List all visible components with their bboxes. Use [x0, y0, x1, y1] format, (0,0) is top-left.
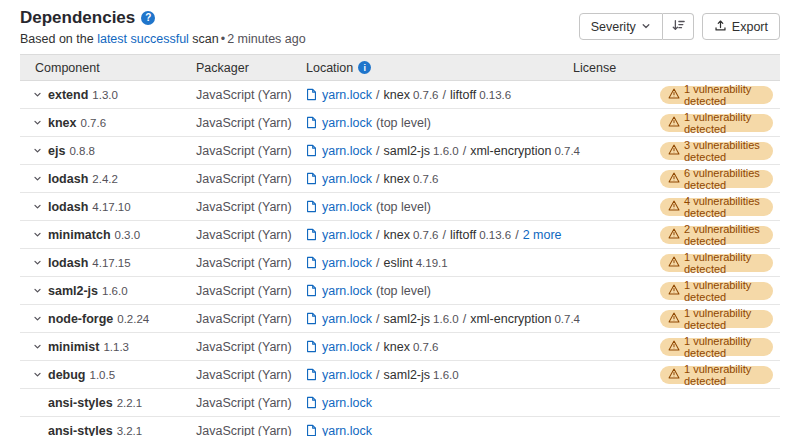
location-file-link[interactable]: yarn.lock [322, 396, 372, 410]
component-cell: saml2-js 1.6.0 [20, 284, 196, 298]
vulnerability-badge[interactable]: 6 vulnerabilities detected [660, 170, 773, 188]
file-icon [306, 284, 317, 297]
path-dependency-name: xml-encryption [470, 312, 551, 326]
location-cell: yarn.lock [306, 396, 573, 410]
dependency-path: /saml2-js1.6.0 [372, 368, 459, 382]
file-icon [306, 88, 317, 101]
component-cell: lodash 4.17.10 [20, 200, 196, 214]
help-icon[interactable]: ? [141, 11, 155, 25]
sort-direction-button[interactable] [663, 13, 694, 40]
warning-triangle-icon [668, 228, 680, 241]
path-dependency-name: knex [384, 172, 410, 186]
path-separator: / [376, 88, 379, 102]
export-button-label: Export [732, 20, 768, 34]
location-file-link[interactable]: yarn.lock [322, 256, 372, 270]
table-row: saml2-js 1.6.0 JavaScript (Yarn) yarn.lo… [20, 277, 780, 305]
location-file-link[interactable]: yarn.lock [322, 368, 372, 382]
export-button[interactable]: Export [702, 13, 780, 40]
component-name: debug [48, 368, 86, 382]
more-locations-link[interactable]: 2 more [523, 228, 562, 242]
component-name: node-forge [48, 312, 113, 326]
path-separator: / [376, 144, 379, 158]
badge-cell: 1 vulnerability detected [660, 310, 780, 328]
location-file-link[interactable]: yarn.lock [322, 228, 372, 242]
vulnerability-badge[interactable]: 1 vulnerability detected [660, 310, 773, 328]
location-file-link[interactable]: yarn.lock [322, 88, 372, 102]
chevron-down-icon[interactable] [33, 314, 42, 323]
column-header-packager[interactable]: Packager [196, 61, 306, 75]
subtitle-suffix: scan [189, 32, 219, 46]
location-file-link[interactable]: yarn.lock [322, 424, 372, 436]
vulnerability-badge[interactable]: 2 vulnerabilities detected [660, 226, 773, 244]
chevron-down-icon[interactable] [33, 202, 42, 211]
component-version: 1.3.0 [92, 89, 118, 101]
packager-cell: JavaScript (Yarn) [196, 368, 306, 382]
vulnerability-badge[interactable]: 1 vulnerability detected [660, 114, 773, 132]
chevron-down-icon[interactable] [33, 286, 42, 295]
component-name: lodash [48, 256, 88, 270]
chevron-down-icon[interactable] [33, 146, 42, 155]
vulnerability-badge[interactable]: 1 vulnerability detected [660, 366, 773, 384]
location-file-link[interactable]: yarn.lock [322, 340, 372, 354]
file-icon [306, 368, 317, 381]
vulnerability-badge-label: 1 vulnerability detected [684, 363, 765, 387]
path-dependency-version: 1.6.0 [433, 313, 459, 325]
warning-triangle-icon [668, 200, 680, 213]
severity-dropdown[interactable]: Severity [579, 13, 663, 40]
column-header-license[interactable]: License [573, 61, 660, 75]
badge-cell: 2 vulnerabilities detected [660, 226, 780, 244]
column-header-component[interactable]: Component [20, 61, 196, 75]
column-header-location[interactable]: Location i [306, 61, 573, 75]
location-file-link[interactable]: yarn.lock [322, 312, 372, 326]
vulnerability-badge-label: 1 vulnerability detected [684, 307, 765, 331]
location-cell: yarn.lock /knex0.7.6 [306, 172, 573, 186]
scan-subtitle: Based on the latest successful scan•2 mi… [20, 31, 306, 47]
chevron-down-icon[interactable] [33, 370, 42, 379]
vulnerability-badge[interactable]: 1 vulnerability detected [660, 282, 773, 300]
location-file-link[interactable]: yarn.lock [322, 284, 372, 298]
component-version: 3.2.1 [117, 425, 143, 436]
info-icon[interactable]: i [358, 61, 371, 74]
vulnerability-badge[interactable]: 1 vulnerability detected [660, 86, 773, 104]
path-dependency-name: saml2-js [384, 312, 431, 326]
chevron-down-icon[interactable] [33, 90, 42, 99]
component-version: 0.2.24 [117, 313, 149, 325]
dependencies-table: Component Packager Location i License ex… [20, 54, 780, 436]
path-separator: / [443, 228, 446, 242]
location-file-link[interactable]: yarn.lock [322, 144, 372, 158]
vulnerability-badge[interactable]: 4 vulnerabilities detected [660, 198, 773, 216]
vulnerability-badge-label: 1 vulnerability detected [684, 83, 765, 107]
dependency-path: /saml2-js1.6.0/xml-encryption0.7.4 [372, 312, 580, 326]
chevron-down-icon[interactable] [33, 118, 42, 127]
path-separator: / [443, 88, 446, 102]
packager-cell: JavaScript (Yarn) [196, 256, 306, 270]
chevron-down-icon[interactable] [33, 342, 42, 351]
chevron-down-icon[interactable] [33, 230, 42, 239]
badge-cell: 1 vulnerability detected [660, 254, 780, 272]
location-file-link[interactable]: yarn.lock [322, 116, 372, 130]
table-body: extend 1.3.0 JavaScript (Yarn) yarn.lock… [20, 81, 780, 436]
vulnerability-badge[interactable]: 3 vulnerabilities detected [660, 142, 773, 160]
vulnerability-badge[interactable]: 1 vulnerability detected [660, 338, 773, 356]
file-icon [306, 200, 317, 213]
warning-triangle-icon [668, 312, 680, 325]
latest-scan-link[interactable]: latest successful [97, 32, 189, 46]
warning-triangle-icon [668, 116, 680, 129]
component-name: minimist [48, 340, 99, 354]
path-dependency-version: 0.7.6 [413, 89, 439, 101]
location-file-link[interactable]: yarn.lock [322, 172, 372, 186]
chevron-down-icon[interactable] [33, 258, 42, 267]
badge-cell: 4 vulnerabilities detected [660, 198, 780, 216]
toolbar: Severity [579, 13, 780, 40]
component-version: 0.7.6 [81, 117, 107, 129]
table-row: lodash 2.4.2 JavaScript (Yarn) yarn.lock… [20, 165, 780, 193]
vulnerability-badge[interactable]: 1 vulnerability detected [660, 254, 773, 272]
subtitle-prefix: Based on the [20, 32, 97, 46]
chevron-down-icon[interactable] [33, 174, 42, 183]
location-file-link[interactable]: yarn.lock [322, 200, 372, 214]
component-name: ansi-styles [48, 424, 113, 436]
path-separator: / [376, 256, 379, 270]
table-row: ejs 0.8.8 JavaScript (Yarn) yarn.lock /s… [20, 137, 780, 165]
warning-triangle-icon [668, 88, 680, 101]
file-icon [306, 116, 317, 129]
